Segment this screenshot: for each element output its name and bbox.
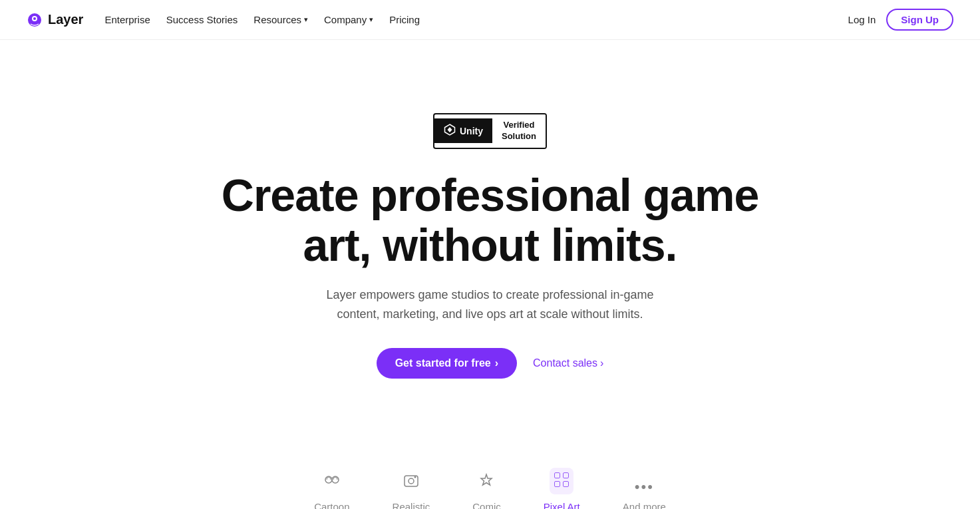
svg-rect-14: [555, 482, 560, 486]
contact-sales-button[interactable]: Contact sales ›: [533, 357, 603, 369]
nav-success-stories[interactable]: Success Stories: [166, 14, 238, 25]
nav-enterprise[interactable]: Enterprise: [104, 14, 150, 25]
nav-company[interactable]: Company ▾: [324, 14, 373, 25]
signup-button[interactable]: Sign Up: [886, 9, 953, 31]
tab-and-more-label: And more: [623, 501, 666, 509]
unity-text: Unity: [460, 126, 483, 136]
logo-icon: [27, 12, 43, 28]
arrow-icon: ›: [495, 357, 498, 369]
login-button[interactable]: Log In: [848, 14, 876, 25]
svg-rect-13: [564, 473, 568, 478]
logo[interactable]: Layer: [27, 12, 83, 28]
tab-cartoon-label: Cartoon: [314, 501, 349, 509]
tab-comic[interactable]: Comic: [451, 461, 522, 509]
navbar: Layer Enterprise Success Stories Resourc…: [0, 0, 980, 40]
hero-ctas: Get started for free › Contact sales ›: [204, 348, 776, 379]
nav-left: Layer Enterprise Success Stories Resourc…: [27, 12, 420, 28]
pixel-art-icon: [550, 468, 573, 494]
svg-point-2: [33, 17, 36, 20]
tab-cartoon[interactable]: Cartoon: [293, 461, 371, 509]
svg-point-6: [408, 478, 414, 484]
and-more-icon: •••: [635, 480, 654, 494]
tab-realistic[interactable]: Realistic: [371, 461, 452, 509]
get-started-button[interactable]: Get started for free ›: [377, 348, 517, 379]
nav-resources[interactable]: Resources ▾: [253, 14, 308, 25]
nav-right: Log In Sign Up: [848, 9, 953, 31]
svg-rect-15: [564, 482, 568, 486]
svg-point-7: [414, 476, 416, 478]
cartoon-icon: [321, 470, 343, 494]
chevron-right-icon: ›: [600, 357, 603, 369]
hero-subtitle: Layer empowers game studios to create pr…: [304, 285, 677, 324]
style-tabs-row: Cartoon Realistic Comic: [13, 445, 967, 509]
unity-badge-left: Unity: [434, 118, 492, 143]
tab-and-more[interactable]: ••• And more: [601, 470, 687, 509]
unity-logo-icon: [444, 124, 456, 138]
hero-content: Unity Verified Solution Create professio…: [191, 73, 790, 445]
unity-badge: Unity Verified Solution: [433, 113, 547, 149]
nav-pricing[interactable]: Pricing: [389, 14, 420, 25]
unity-badge-right: Verified Solution: [492, 114, 546, 148]
svg-rect-12: [555, 473, 560, 478]
tab-comic-label: Comic: [472, 501, 501, 509]
hero-title: Create professional game art, without li…: [204, 170, 776, 270]
tab-pixel-art-label: Pixel Art: [544, 501, 580, 509]
hero-section: Unity Verified Solution Create professio…: [0, 40, 980, 509]
comic-icon: [476, 470, 497, 494]
tab-realistic-label: Realistic: [393, 501, 430, 509]
nav-links: Enterprise Success Stories Resources ▾ C…: [104, 14, 420, 25]
company-chevron-icon: ▾: [369, 15, 373, 24]
tab-pixel-art[interactable]: Pixel Art: [522, 458, 601, 509]
realistic-icon: [401, 470, 422, 494]
resources-chevron-icon: ▾: [304, 15, 308, 24]
logo-text: Layer: [48, 12, 83, 27]
